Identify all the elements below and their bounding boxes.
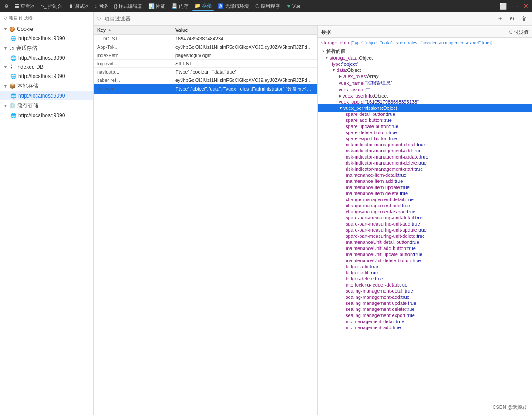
toolbar-application[interactable]: ⬡ 应用程序 [253, 2, 283, 10]
permission-property-row[interactable]: risk-indicator-management-update:true [318, 154, 532, 160]
permission-property-row[interactable]: risk-indicator-management-start:true [318, 166, 532, 172]
permission-property-row[interactable]: spare-part-measuring-unit-add:true [318, 221, 532, 227]
permission-property-row[interactable]: spare-delete-button:true [318, 129, 532, 135]
viewer-icon: ☰ [15, 3, 19, 9]
vuex-permissions-row[interactable]: ▼ vuex_permissions : Object [318, 105, 532, 111]
vuex-roles-type: Array [367, 74, 378, 79]
permission-value: true [387, 111, 395, 117]
permission-property-row[interactable]: sealing-management-export:true [318, 312, 532, 318]
permission-property-row[interactable]: spare-part-measuring-unit-update:true [318, 227, 532, 233]
vuex-appid-row[interactable]: vuex_appId : "1610517983698395138" [318, 99, 532, 105]
clear-button[interactable]: 🗑 [519, 14, 529, 23]
vuex-name-key: vuex_name [339, 81, 364, 86]
table-row[interactable]: __DC_ST... 169474394380484234 [94, 35, 317, 43]
permission-property-row[interactable]: change-management-detail:true [318, 196, 532, 202]
cache-storage-label: 缓存存储 [17, 102, 38, 109]
permission-property-row[interactable]: risk-indicator-management-delete:true [318, 160, 532, 166]
vuex-roles-row[interactable]: ▶ vuex_roles : Array [318, 73, 532, 79]
permission-property-row[interactable]: maintenance-item-delete:true [318, 190, 532, 196]
permission-property-row[interactable]: risk-indicator-management-add:true [318, 148, 532, 154]
vuex-avatar-row[interactable]: vuex_avatar : "" [318, 87, 532, 93]
storage-data-key: storage_data [321, 40, 349, 45]
permission-property-row[interactable]: sealing-management-update:true [318, 300, 532, 306]
permission-property-row[interactable]: nfc-management-detail:true [318, 318, 532, 324]
row-key: navigato... [94, 68, 172, 76]
permission-property-row[interactable]: spare-part-measuring-unit-delete:true [318, 233, 532, 239]
permission-property-row[interactable]: spare-detail-button:true [318, 111, 532, 117]
add-item-button[interactable]: ＋ [495, 14, 505, 24]
indexeddb-localhost[interactable]: 🌐 http://localhost:9090 [0, 72, 93, 81]
permission-property-row[interactable]: sealing-management-add:true [318, 294, 532, 300]
table-row[interactable]: saber-ref... eyJhbGciOiJIUzI1NiIsInR5cCI… [94, 76, 317, 84]
responsive-design-button[interactable]: ⬜ [498, 2, 508, 10]
toolbar-performance[interactable]: 📊 性能 [146, 2, 168, 10]
toolbar-icon-btn[interactable]: ⚙ [2, 3, 11, 10]
tree-group-cache-header[interactable]: 💿 缓存存储 [0, 100, 93, 111]
indexeddb-localhost-label: http://localhost:9090 [18, 73, 65, 79]
permission-property-row[interactable]: spare-update-button:true [318, 123, 532, 129]
cache-localhost[interactable]: 🌐 http://localhost:9090 [0, 111, 93, 120]
data-object-row[interactable]: ▼ data : Object [318, 67, 532, 73]
row-key: storage_... [94, 84, 172, 94]
permission-property-row[interactable]: spare-add-button:true [318, 117, 532, 123]
session-localhost[interactable]: 🌐 http://localhost:9090 [0, 54, 93, 62]
toolbar-viewer[interactable]: ☰ 查看器 [12, 2, 37, 10]
permission-property-row[interactable]: sealing-management-detail:true [318, 288, 532, 294]
close-devtools-button[interactable]: ✕ [522, 2, 530, 10]
table-row[interactable]: storage_... {"type":"object","data":{"vu… [94, 84, 317, 94]
row-key: indexPath [94, 51, 172, 59]
table-row[interactable]: indexPath pages/login/login [94, 51, 317, 60]
refresh-button[interactable]: ↻ [508, 14, 516, 23]
parsed-values-header[interactable]: ▼ 解析的值 [318, 47, 532, 55]
toolbar-debugger[interactable]: ⏸ 调试器 [66, 2, 91, 10]
permission-property-row[interactable]: maintenanceUnit-delete-button:true [318, 257, 532, 263]
storage-data-object-row[interactable]: ▼ storage_data : Object [318, 55, 532, 61]
tree-group-local-storage-header[interactable]: 📦 本地存储 [0, 81, 93, 91]
permission-value: true [401, 185, 410, 190]
tree-group-session-header[interactable]: 🗂 会话存储 [0, 43, 93, 54]
permission-property-row[interactable]: ledger-delete:true [318, 276, 532, 282]
vuex-name-row[interactable]: vuex_name : "胜报管理员" [318, 79, 532, 87]
row-key: loglevel:... [94, 60, 172, 67]
permission-property-row[interactable]: spare-part-measuring-unit-detail:true [318, 215, 532, 221]
local-storage-localhost[interactable]: 🌐 http://localhost:9090 [0, 91, 93, 100]
type-val: "object" [342, 61, 358, 67]
tree-group-cookie-header[interactable]: 🍪 Cookie [0, 24, 93, 34]
permission-property-row[interactable]: interlocking-ledger-detail:true [318, 282, 532, 288]
data-panel: 数据 ▽ 过滤值 storage_data : {"type":"object"… [318, 26, 532, 415]
permission-property-row[interactable]: change-management-export:true [318, 209, 532, 215]
cookie-localhost[interactable]: 🌐 http://localhost:9090 [0, 34, 93, 43]
toolbar-console[interactable]: >_ 控制台 [38, 2, 65, 10]
storage-data-raw-row[interactable]: storage_data : {"type":"object","data":{… [318, 40, 532, 46]
vuex-userinfo-row[interactable]: ▶ vuex_userInfo : Object [318, 93, 532, 99]
expand-icon: ▼ [339, 106, 343, 110]
more-options-button[interactable]: ⋯ [510, 2, 520, 10]
permission-property-row[interactable]: ledger-edit:true [318, 270, 532, 276]
permission-property-row[interactable]: change-management-add:true [318, 202, 532, 209]
table-row[interactable]: loglevel:... SILENT [94, 60, 317, 68]
table-row[interactable]: App-Tok... eyJhbGciOiJIUzI1NiIsInR5cCI6I… [94, 43, 317, 51]
permission-property-row[interactable]: spare-export-button:true [318, 135, 532, 142]
toolbar-memory[interactable]: 💾 内存 [169, 2, 191, 10]
permission-property-row[interactable]: risk-indicator-management-detail:true [318, 142, 532, 148]
table-row[interactable]: navigato... {"type":"boolean","data":tru… [94, 68, 317, 76]
permission-property-row[interactable]: ledger-add:true [318, 263, 532, 270]
permission-key: sealing-management-detail [346, 288, 404, 294]
permission-property-row[interactable]: nfc-management-add:true [318, 324, 532, 331]
permission-property-row[interactable]: sealing-management-delete:true [318, 306, 532, 312]
toolbar-network[interactable]: ↕ 网络 [92, 2, 111, 10]
permission-property-row[interactable]: maintenanceUnit-update-button:true [318, 251, 532, 257]
permission-property-row[interactable]: maintenance-item-detail:true [318, 172, 532, 178]
permission-property-row[interactable]: maintenanceUnit-detail-button:true [318, 239, 532, 245]
type-row[interactable]: type : "object" [318, 61, 532, 67]
tree-group-indexeddb-header[interactable]: 🗄 Indexed DB [0, 62, 93, 72]
toolbar-storage[interactable]: 📁 存储 [192, 2, 214, 11]
permission-property-row[interactable]: maintenance-item-update:true [318, 184, 532, 190]
permission-property-row[interactable]: maintenanceUnit-add-button:true [318, 245, 532, 251]
toolbar-accessibility[interactable]: ♿ 无障碍环境 [215, 2, 252, 10]
permission-property-row[interactable]: maintenance-item-add:true [318, 178, 532, 184]
toolbar-style-editor[interactable]: {} 样式编辑器 [111, 2, 145, 10]
data-panel-title: 数据 [321, 29, 331, 36]
toolbar-vue[interactable]: ▼ Vue [283, 3, 303, 10]
permission-value: true [415, 215, 424, 220]
